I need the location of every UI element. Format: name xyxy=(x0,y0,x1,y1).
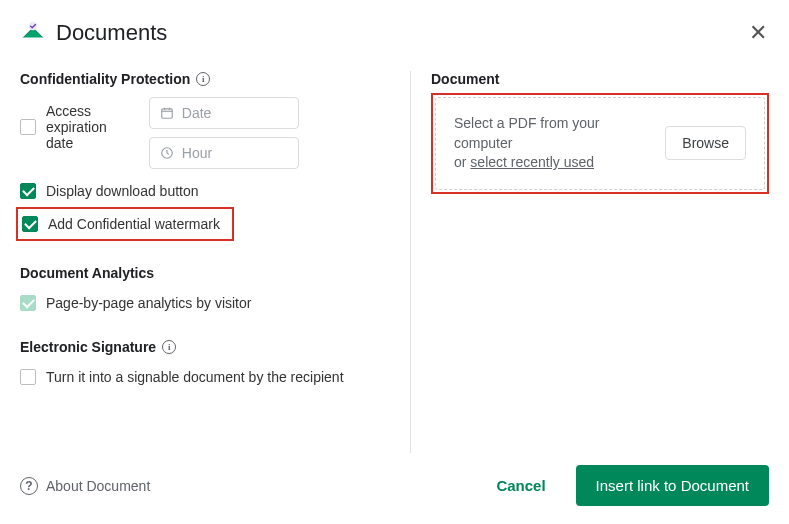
signable-checkbox[interactable] xyxy=(20,369,36,385)
document-prompt-or: or xyxy=(454,154,470,170)
section-document-title: Document xyxy=(431,71,769,87)
display-download-checkbox[interactable] xyxy=(20,183,36,199)
browse-button[interactable]: Browse xyxy=(665,126,746,160)
section-confidentiality-title: Confidentiality Protection xyxy=(20,71,190,87)
cancel-button[interactable]: Cancel xyxy=(484,469,557,502)
about-document-label: About Document xyxy=(46,478,150,494)
svg-rect-1 xyxy=(162,109,173,118)
info-icon[interactable]: i xyxy=(162,340,176,354)
access-expiration-checkbox[interactable] xyxy=(20,119,36,135)
close-icon[interactable]: ✕ xyxy=(747,20,769,46)
section-signature-title: Electronic Signature xyxy=(20,339,156,355)
document-dropzone[interactable]: Select a PDF from your computer or selec… xyxy=(435,97,765,190)
section-analytics-title: Document Analytics xyxy=(20,265,154,281)
calendar-icon xyxy=(160,106,174,120)
select-recently-used-link[interactable]: select recently used xyxy=(470,154,594,170)
insert-link-button[interactable]: Insert link to Document xyxy=(576,465,769,506)
display-download-label: Display download button xyxy=(46,183,199,199)
help-icon: ? xyxy=(20,477,38,495)
document-dropzone-highlight: Select a PDF from your computer or selec… xyxy=(431,93,769,194)
info-icon[interactable]: i xyxy=(196,72,210,86)
access-expiration-label: Access expiration date xyxy=(46,103,129,151)
signable-label: Turn it into a signable document by the … xyxy=(46,369,344,385)
add-watermark-checkbox[interactable] xyxy=(22,216,38,232)
hour-input[interactable]: Hour xyxy=(149,137,299,169)
app-logo-icon xyxy=(20,18,46,47)
hour-placeholder: Hour xyxy=(182,145,212,161)
date-input[interactable]: Date xyxy=(149,97,299,129)
clock-icon xyxy=(160,146,174,160)
add-watermark-label: Add Confidential watermark xyxy=(48,216,220,232)
page-analytics-checkbox xyxy=(20,295,36,311)
page-analytics-label: Page-by-page analytics by visitor xyxy=(46,295,251,311)
date-placeholder: Date xyxy=(182,105,212,121)
page-title: Documents xyxy=(56,20,167,46)
about-document-link[interactable]: ? About Document xyxy=(20,477,150,495)
document-prompt-line1: Select a PDF from your computer xyxy=(454,114,651,153)
